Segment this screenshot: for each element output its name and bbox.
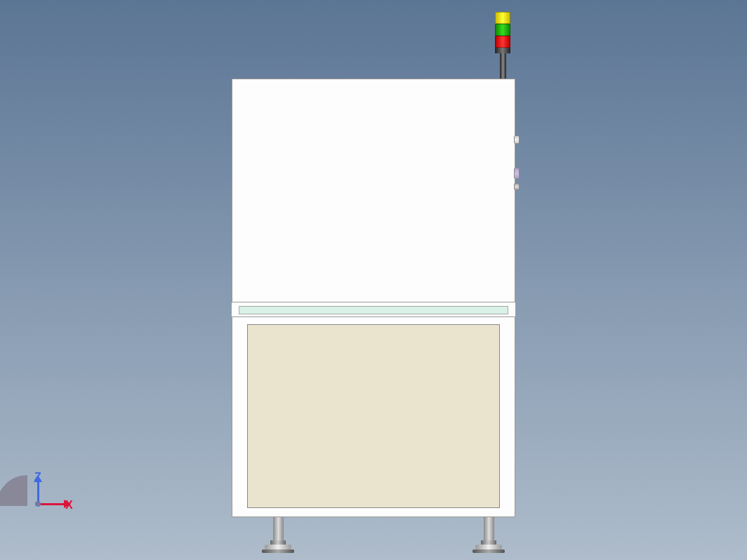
upper-cabinet <box>232 79 515 302</box>
signal-tower <box>495 12 510 79</box>
foot-disc-lower <box>262 549 294 553</box>
x-axis-line <box>37 503 65 505</box>
work-surface-strip <box>239 306 508 314</box>
side-control-knob-3 <box>514 183 520 190</box>
lower-access-panel <box>247 324 500 508</box>
axis-origin-point <box>35 501 41 507</box>
foot-disc-upper <box>265 545 291 549</box>
coordinate-axis-indicator: Z X <box>26 474 82 530</box>
leveling-foot-left <box>262 517 294 553</box>
x-axis-label: X <box>65 499 73 512</box>
signal-tower-pole <box>500 53 506 79</box>
leveling-foot-right <box>472 517 505 553</box>
signal-light-red <box>495 36 510 48</box>
foot-rod <box>484 517 494 541</box>
side-control-knob-1 <box>514 135 520 144</box>
axis-arc-background <box>0 475 27 506</box>
signal-light-yellow <box>495 12 510 24</box>
foot-disc-lower <box>472 549 505 553</box>
machine-assembly <box>232 79 515 545</box>
signal-light-green <box>495 24 510 36</box>
z-axis-label: Z <box>34 471 41 484</box>
signal-tower-base <box>495 48 510 53</box>
foot-disc-upper <box>475 545 502 549</box>
foot-rod <box>273 517 284 541</box>
side-control-knob-2 <box>514 168 520 179</box>
